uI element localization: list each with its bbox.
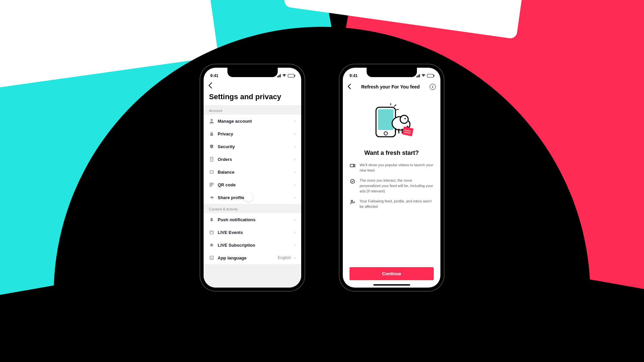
status-time: 9:41 [350,73,358,78]
item-trail: English [278,255,291,260]
item-manage-account[interactable]: Manage account › [204,115,301,127]
fresh-start-illustration [367,103,417,141]
calendar-icon [209,230,214,235]
svg-rect-1 [210,133,213,136]
shield-icon [209,144,214,149]
lock-icon [209,131,214,136]
chevron-right-icon: › [294,195,296,200]
wifi-icon [282,74,286,78]
benefit-text: Your Following feed, profile, and inbox … [360,199,434,209]
star-icon [209,242,214,248]
svg-point-30 [351,200,353,202]
item-live-events[interactable]: LIVE Events › [204,226,301,239]
svg-line-21 [396,109,399,110]
svg-rect-10 [212,185,213,186]
item-share-profile[interactable]: Share profile › [204,191,301,204]
benefit-row: Your Following feed, profile, and inbox … [350,199,434,209]
chevron-right-icon: › [294,242,296,248]
svg-rect-5 [210,171,213,173]
chevron-right-icon: › [294,217,296,222]
benefit-text: The more you interact, the more personal… [360,178,434,194]
item-label: Share profile [218,195,291,200]
item-label: Manage account [218,119,291,124]
qr-icon [209,182,214,187]
svg-rect-9 [210,185,211,186]
svg-point-0 [211,119,213,121]
section-header-account: Account [204,105,301,115]
back-button[interactable] [347,82,351,91]
receipt-icon [209,157,214,162]
chevron-right-icon: › [294,255,296,260]
svg-rect-8 [212,183,213,184]
svg-point-6 [212,172,213,172]
refresh-heading: Want a fresh start? [350,149,434,157]
item-security[interactable]: Security › [204,140,301,153]
item-orders[interactable]: Orders › [204,153,301,166]
tap-indicator [244,192,253,201]
chevron-right-icon: › [294,169,296,175]
signal-icon [416,74,420,77]
item-label: Balance [218,170,291,175]
language-icon: A [209,255,214,260]
battery-icon [427,74,434,77]
item-label: LIVE Events [218,230,291,235]
item-label: Push notifications [218,217,291,222]
phone-notch [227,68,278,77]
item-label: App language [218,255,274,260]
svg-point-23 [400,115,408,123]
heart-check-icon [350,178,356,194]
benefit-row: The more you interact, the more personal… [350,178,434,194]
svg-point-11 [211,221,212,222]
user-check-icon [350,199,356,209]
svg-rect-17 [378,109,393,130]
chevron-right-icon: › [294,157,296,162]
share-icon [209,195,214,200]
chevron-right-icon: › [294,118,296,124]
status-time: 9:41 [210,73,218,78]
item-push-notifications[interactable]: Push notifications › [204,213,301,226]
item-live-subscription[interactable]: LIVE Subscription › [204,239,301,251]
svg-point-24 [405,118,406,119]
item-label: QR code [218,182,291,187]
svg-rect-28 [350,164,354,167]
item-label: LIVE Subscription [218,243,291,248]
item-privacy[interactable]: Privacy › [204,127,301,140]
battery-icon [288,74,294,77]
item-label: Security [218,144,291,149]
video-icon [350,163,356,173]
wallet-icon [209,169,214,175]
page-title: Settings and privacy [204,92,301,105]
settings-body: Account Manage account › Privacy › Se [204,105,301,288]
svg-rect-12 [210,231,213,234]
screen-title: Refresh your For You feed [361,84,420,89]
chevron-right-icon: › [294,230,296,235]
item-label: Orders [218,157,291,162]
info-icon[interactable]: i [430,84,436,90]
phone-notch [367,68,417,77]
benefit-row: We'll show you popular videos to launch … [350,163,434,173]
continue-button[interactable]: Continue [350,267,434,280]
item-app-language[interactable]: A App language English › [204,251,301,264]
svg-rect-25 [402,126,413,136]
chevron-right-icon: › [294,182,296,187]
phone-settings: 9:41 Settings and privacy Account [200,64,305,292]
item-qr-code[interactable]: QR code › [204,178,301,191]
svg-text:A: A [211,257,213,259]
item-label: Privacy [218,131,291,136]
person-icon [209,118,214,124]
bell-icon [209,217,214,222]
back-button[interactable] [208,82,212,90]
svg-point-18 [384,132,387,135]
home-indicator [373,284,410,286]
signal-icon [277,74,281,77]
chevron-right-icon: › [294,131,296,136]
wifi-icon [421,74,426,78]
svg-line-20 [394,105,396,107]
benefit-text: We'll show you popular videos to launch … [360,163,434,173]
phone-refresh: 9:41 Refresh your For You feed i [339,64,444,292]
chevron-right-icon: › [294,144,296,149]
section-header-content: Content & Activity [204,204,301,213]
item-balance[interactable]: Balance › [204,166,301,178]
svg-rect-7 [210,183,211,184]
